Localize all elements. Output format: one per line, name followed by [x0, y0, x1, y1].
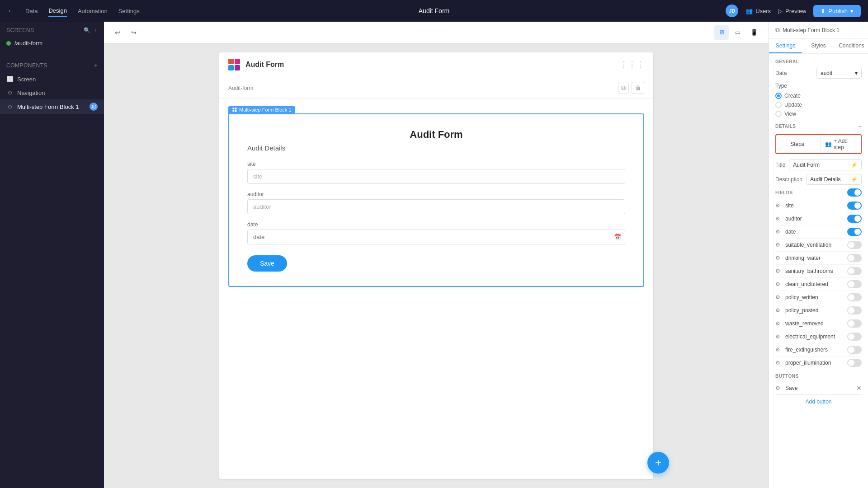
- right-panel-content: GENERAL Data audit ▾ Type Create Update: [769, 54, 868, 488]
- date-input-wrap: 📅: [247, 230, 625, 244]
- desktop-view-button[interactable]: 🖥: [714, 25, 729, 40]
- auditor-input[interactable]: auditor: [247, 199, 625, 214]
- publish-button[interactable]: ⬆ Publish ▾: [813, 5, 861, 17]
- field-name-sanitary_bathrooms: sanitary_bathrooms: [785, 268, 844, 274]
- select-chevron: ▾: [855, 70, 858, 76]
- toggle-clean_uncluttered[interactable]: [847, 280, 862, 288]
- logo-purple: [235, 65, 240, 70]
- field-item-site: ⚙ site: [775, 199, 862, 212]
- gear-icon-suitable_ventilation[interactable]: ⚙: [775, 242, 783, 248]
- type-field-label: Type: [775, 83, 787, 89]
- mobile-view-button[interactable]: 📱: [747, 25, 761, 40]
- nav-tab-design[interactable]: Design: [48, 5, 66, 17]
- calendar-icon[interactable]: 📅: [610, 230, 625, 244]
- screen-item-audit-form[interactable]: /audit-form: [0, 37, 104, 49]
- add-button-row[interactable]: Add button: [775, 394, 862, 408]
- save-button-item: ⚙ Save ✕: [775, 382, 862, 394]
- toggle-date[interactable]: [847, 228, 862, 236]
- search-icon[interactable]: 🔍: [84, 27, 91, 33]
- toggle-electrical_equipment[interactable]: [847, 333, 862, 341]
- collapse-icon[interactable]: −: [858, 122, 862, 130]
- gear-icon-clean_uncluttered[interactable]: ⚙: [775, 281, 783, 287]
- copy-button[interactable]: ⧉: [618, 82, 629, 94]
- lightning-icon[interactable]: ⚡: [851, 162, 858, 168]
- tablet-view-button[interactable]: ▭: [731, 25, 745, 40]
- toggle-fire_extinguishers[interactable]: [847, 346, 862, 354]
- preview-button[interactable]: ▷ Preview: [778, 8, 806, 14]
- site-input[interactable]: site: [247, 169, 625, 184]
- tab-styles[interactable]: Styles: [802, 39, 835, 53]
- gear-icon-drinking_water[interactable]: ⚙: [775, 255, 783, 261]
- multistep-badge: JD: [90, 103, 98, 111]
- toggle-policy_posted[interactable]: [847, 306, 862, 314]
- canvas-area: ↩ ↪ 🖥 ▭ 📱: [104, 22, 769, 488]
- redo-button[interactable]: ↪: [127, 26, 140, 39]
- data-select[interactable]: audit ▾: [816, 68, 862, 79]
- details-header: DETAILS −: [775, 122, 862, 130]
- svg-rect-0: [233, 108, 235, 110]
- users-button[interactable]: 👥 Users: [745, 8, 771, 14]
- toggle-auditor[interactable]: [847, 215, 862, 223]
- date-input[interactable]: [248, 230, 610, 244]
- component-multistep[interactable]: ⊙ Multi-step Form Block 1 JD: [0, 99, 104, 114]
- fields-toggle[interactable]: [847, 188, 862, 197]
- toggle-site[interactable]: [847, 202, 862, 210]
- save-close-button[interactable]: ✕: [856, 385, 862, 392]
- description-lightning-icon[interactable]: ⚡: [851, 176, 858, 183]
- field-name-policy_posted: policy_posted: [785, 307, 844, 314]
- gear-icon-electrical_equipment[interactable]: ⚙: [775, 333, 783, 340]
- main-layout: Screens 🔍 + /audit-form Components + ⬜ S…: [0, 22, 868, 488]
- component-navigation[interactable]: ⊙ Navigation: [0, 86, 104, 99]
- toggle-suitable_ventilation[interactable]: [847, 241, 862, 249]
- nav-comp-icon: ⊙: [6, 89, 14, 96]
- save-button[interactable]: Save: [247, 255, 287, 272]
- date-field: date 📅: [247, 221, 625, 244]
- delete-button[interactable]: 🗑: [632, 82, 644, 94]
- gear-icon-policy_written[interactable]: ⚙: [775, 294, 783, 300]
- gear-icon-site[interactable]: ⚙: [775, 202, 783, 209]
- nav-tab-data[interactable]: Data: [25, 6, 38, 16]
- canvas-content: Audit Form ⋮⋮⋮ Audit-form ⧉ 🗑 Mul: [104, 43, 769, 488]
- field-name-site: site: [785, 202, 844, 209]
- right-actions: JD 👥 Users ▷ Preview ⬆ Publish ▾: [726, 5, 861, 17]
- toggle-proper_illumination[interactable]: [847, 359, 862, 367]
- app-title: Audit Form: [419, 7, 449, 14]
- type-view[interactable]: View: [775, 111, 862, 117]
- add-fab[interactable]: +: [647, 452, 669, 474]
- gear-icon-sanitary_bathrooms[interactable]: ⚙: [775, 268, 783, 274]
- type-update[interactable]: Update: [775, 102, 862, 108]
- tab-settings[interactable]: Settings: [769, 39, 802, 53]
- grid-icon[interactable]: ⋮⋮⋮: [620, 60, 644, 70]
- svg-rect-3: [235, 110, 237, 112]
- gear-icon-proper_illumination[interactable]: ⚙: [775, 360, 783, 366]
- add-step-button[interactable]: 👥 + Add step: [820, 135, 861, 153]
- add-screen-button[interactable]: +: [94, 27, 98, 33]
- description-value[interactable]: Audit Details ⚡: [806, 174, 862, 185]
- gear-icon-fire_extinguishers[interactable]: ⚙: [775, 347, 783, 353]
- toggle-drinking_water[interactable]: [847, 254, 862, 262]
- add-component-button[interactable]: +: [94, 62, 98, 69]
- general-label: GENERAL: [775, 59, 862, 64]
- toggle-waste_removed[interactable]: [847, 319, 862, 328]
- field-item-date: ⚙ date: [775, 225, 862, 239]
- tab-conditions[interactable]: Conditions: [835, 39, 868, 53]
- back-button[interactable]: ←: [7, 7, 14, 15]
- gear-icon-waste_removed[interactable]: ⚙: [775, 320, 783, 327]
- gear-icon-policy_posted[interactable]: ⚙: [775, 307, 783, 314]
- field-item-auditor: ⚙ auditor: [775, 212, 862, 225]
- gear-icon-date[interactable]: ⚙: [775, 229, 783, 235]
- divider: [0, 53, 104, 53]
- gear-icon-auditor[interactable]: ⚙: [775, 216, 783, 222]
- steps-button[interactable]: Steps: [776, 138, 818, 150]
- undo-button[interactable]: ↩: [111, 26, 124, 39]
- block-label[interactable]: Multi-step Form Block 1: [228, 106, 295, 113]
- type-create[interactable]: Create: [775, 93, 862, 99]
- nav-tab-settings[interactable]: Settings: [118, 6, 140, 16]
- screens-header: Screens 🔍 +: [0, 22, 104, 37]
- title-value[interactable]: Audit Form ⚡: [789, 160, 862, 170]
- nav-tab-automation[interactable]: Automation: [78, 6, 108, 16]
- save-gear-icon[interactable]: ⚙: [775, 385, 783, 391]
- toggle-sanitary_bathrooms[interactable]: [847, 267, 862, 275]
- component-screen[interactable]: ⬜ Screen: [0, 72, 104, 86]
- toggle-policy_written[interactable]: [847, 293, 862, 301]
